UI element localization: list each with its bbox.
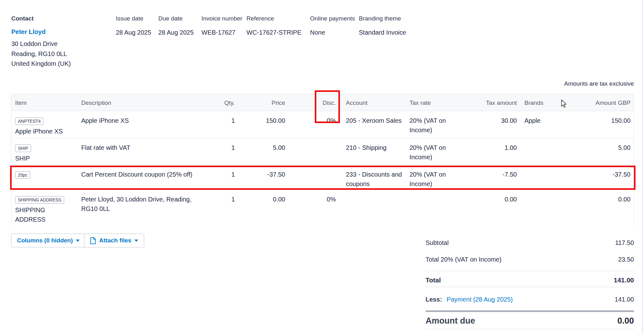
cell-description: Apple iPhone XS <box>77 111 202 138</box>
table-row[interactable]: ANPTEST4 Apple iPhone XS Apple iPhone XS… <box>11 111 634 138</box>
total-label: Total <box>426 276 441 284</box>
cell-qty: 1 <box>202 138 239 165</box>
subtotal-value: 117.50 <box>615 239 634 246</box>
branding-theme-label: Branding theme <box>359 15 401 22</box>
cell-price: -37.50 <box>239 165 289 190</box>
attach-files-button-label: Attach files <box>99 237 131 244</box>
cell-tax-amount: 30.00 <box>460 111 521 138</box>
item-code-badge: ANPTEST4 <box>15 117 43 125</box>
cell-price: 150.00 <box>239 111 289 138</box>
address-line: United Kingdom (UK) <box>11 59 71 69</box>
col-header-item: Item <box>11 94 77 111</box>
cell-account: 210 - Shipping <box>342 138 406 165</box>
attach-files-button[interactable]: Attach files <box>84 234 144 247</box>
tax-total-value: 23.50 <box>618 256 634 263</box>
cell-tax-rate: 20% (VAT on Income) <box>406 111 460 138</box>
scrollbar[interactable] <box>642 0 643 334</box>
cell-description: Cart Percent Discount coupon (25% off) <box>77 165 202 190</box>
cell-account <box>342 190 406 227</box>
cell-amount: 5.00 <box>570 138 634 165</box>
reference-value: WC-17627-STRIPE <box>246 29 302 36</box>
col-header-account: Account <box>342 94 406 111</box>
item-code-badge: 25pc <box>15 171 30 179</box>
contact-address: 30 Loddon Drive Reading, RG10 0LL United… <box>11 39 71 69</box>
amount-due-value: 0.00 <box>617 316 634 326</box>
less-value: 141.00 <box>615 296 634 303</box>
cell-brands <box>521 190 570 227</box>
col-header-tax-rate: Tax rate <box>406 94 460 111</box>
item-name: SHIPPING ADDRESS <box>15 205 70 224</box>
table-row[interactable]: SHIP SHIP Flat rate with VAT 1 5.00 210 … <box>11 138 634 165</box>
address-line: Reading, RG10 0LL <box>11 49 71 59</box>
due-date-value: 28 Aug 2025 <box>158 29 194 36</box>
due-date-label: Due date <box>158 15 183 22</box>
item-code-badge: SHIPPING ADDRESS <box>15 196 64 204</box>
invoice-number-value: WEB-17627 <box>201 29 235 36</box>
line-items-table: Item Description Qty. Price Disc. Accoun… <box>11 94 634 227</box>
cell-disc: 0% <box>289 190 342 227</box>
online-payments-label: Online payments <box>310 15 355 22</box>
subtotal-label: Subtotal <box>426 239 449 246</box>
cell-tax-amount: 0.00 <box>460 190 521 227</box>
item-name: Apple iPhone XS <box>15 127 70 136</box>
cell-qty: 1 <box>202 165 239 190</box>
divider-thick <box>426 310 634 312</box>
columns-button-label: Columns (0 hidden) <box>17 237 73 244</box>
cell-tax-rate: 20% (VAT on Income) <box>406 138 460 165</box>
file-icon <box>90 237 96 244</box>
cell-amount: 0.00 <box>570 190 634 227</box>
col-header-tax-amount: Tax amount <box>460 94 521 111</box>
divider <box>426 329 634 329</box>
tax-total-label: Total 20% (VAT on Income) <box>426 256 501 263</box>
cell-account: 205 - Xeroom Sales <box>342 111 406 138</box>
cell-tax-rate <box>406 190 460 227</box>
col-header-description: Description <box>77 94 202 111</box>
cell-description: Flat rate with VAT <box>77 138 202 165</box>
col-header-qty: Qty. <box>202 94 239 111</box>
divider <box>426 287 634 287</box>
invoice-detail-page: Contact Peter Lloyd 30 Loddon Drive Read… <box>0 0 644 334</box>
online-payments-value: None <box>310 29 325 36</box>
contact-name-link[interactable]: Peter Lloyd <box>11 28 46 36</box>
invoice-number-label: Invoice number <box>201 15 242 22</box>
cell-tax-rate: 20% (VAT on Income) <box>406 165 460 190</box>
divider <box>426 271 634 271</box>
reference-label: Reference <box>246 15 274 22</box>
mouse-cursor <box>561 99 567 110</box>
total-value: 141.00 <box>614 276 634 284</box>
less-label: Less: <box>426 296 442 303</box>
cell-brands <box>521 138 570 165</box>
item-name: SHIP <box>15 154 70 163</box>
cell-brands: Apple <box>521 111 570 138</box>
table-row-discount[interactable]: 25pc Cart Percent Discount coupon (25% o… <box>11 165 634 190</box>
columns-button[interactable]: Columns (0 hidden) <box>11 234 86 247</box>
contact-label: Contact <box>11 15 34 22</box>
item-code-badge: SHIP <box>15 144 31 152</box>
cell-price: 5.00 <box>239 138 289 165</box>
col-header-amount-gbp: Amount GBP <box>570 94 634 111</box>
cell-price: 0.00 <box>239 190 289 227</box>
cell-qty: 1 <box>202 111 239 138</box>
amount-due-label: Amount due <box>426 316 475 326</box>
tax-exclusive-note: Amounts are tax exclusive <box>564 80 634 87</box>
col-header-disc: Disc. <box>289 94 342 111</box>
cell-tax-amount: -7.50 <box>460 165 521 190</box>
table-row[interactable]: SHIPPING ADDRESS SHIPPING ADDRESS Peter … <box>11 190 634 227</box>
col-header-price: Price <box>239 94 289 111</box>
cell-qty: 1 <box>202 190 239 227</box>
cell-tax-amount: 1.00 <box>460 138 521 165</box>
table-header-row: Item Description Qty. Price Disc. Accoun… <box>11 94 634 111</box>
issue-date-value: 28 Aug 2025 <box>116 29 151 36</box>
cell-disc <box>289 165 342 190</box>
cell-brands <box>521 165 570 190</box>
address-line: 30 Loddon Drive <box>11 39 71 49</box>
cell-amount: -37.50 <box>570 165 634 190</box>
branding-theme-value: Standard Invoice <box>359 29 406 36</box>
payment-link[interactable]: Payment (28 Aug 2025) <box>447 296 513 303</box>
cell-disc: 0% <box>289 111 342 138</box>
issue-date-label: Issue date <box>116 15 144 22</box>
cell-account: 233 - Discounts and coupons <box>342 165 406 190</box>
cell-amount: 150.00 <box>570 111 634 138</box>
chevron-down-icon <box>134 240 138 242</box>
cell-disc <box>289 138 342 165</box>
